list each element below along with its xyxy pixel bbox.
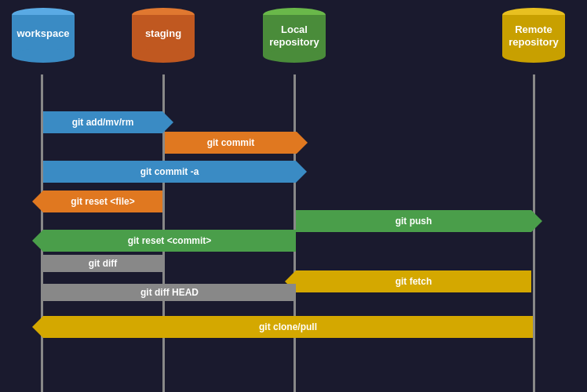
git-reset-commit-arrow: git reset <commit>	[43, 230, 296, 252]
git-reset-file-arrow: git reset <file>	[43, 191, 162, 212]
diagram: workspace staging Localrepository Remote…	[0, 0, 587, 392]
git-add-label: git add/mv/rm	[72, 117, 134, 128]
remote-repo-cylinder: Remoterepository	[498, 8, 569, 48]
workspace-cylinder: workspace	[8, 8, 78, 39]
git-commit-label: git commit	[207, 137, 255, 148]
git-reset-file-label: git reset <file>	[71, 196, 134, 207]
local-repo-cylinder: Localrepository	[259, 8, 330, 48]
git-diff-head-arrow: git diff HEAD	[43, 284, 296, 301]
git-diff-label: git diff	[89, 258, 118, 269]
local-repo-label: Localrepository	[269, 24, 319, 48]
staging-label: staging	[145, 27, 181, 39]
git-fetch-label: git fetch	[396, 276, 432, 287]
git-push-arrow: git push	[296, 210, 531, 232]
git-commit-arrow: git commit	[165, 132, 297, 154]
git-commit-a-label: git commit -a	[140, 166, 199, 177]
git-fetch-arrow: git fetch	[296, 270, 531, 292]
workspace-label: workspace	[16, 27, 69, 39]
remote-repo-label: Remoterepository	[509, 24, 559, 48]
git-diff-arrow: git diff	[43, 255, 162, 272]
staging-cylinder: staging	[128, 8, 199, 39]
git-push-label: git push	[396, 216, 432, 227]
git-diff-head-label: git diff HEAD	[140, 287, 199, 298]
git-clone-pull-arrow: git clone/pull	[43, 316, 533, 338]
vline-remote-repo	[533, 74, 535, 392]
git-reset-commit-label: git reset <commit>	[128, 235, 212, 246]
git-add-arrow: git add/mv/rm	[43, 111, 162, 133]
git-commit-a-arrow: git commit -a	[43, 161, 296, 183]
git-clone-pull-label: git clone/pull	[259, 321, 317, 332]
